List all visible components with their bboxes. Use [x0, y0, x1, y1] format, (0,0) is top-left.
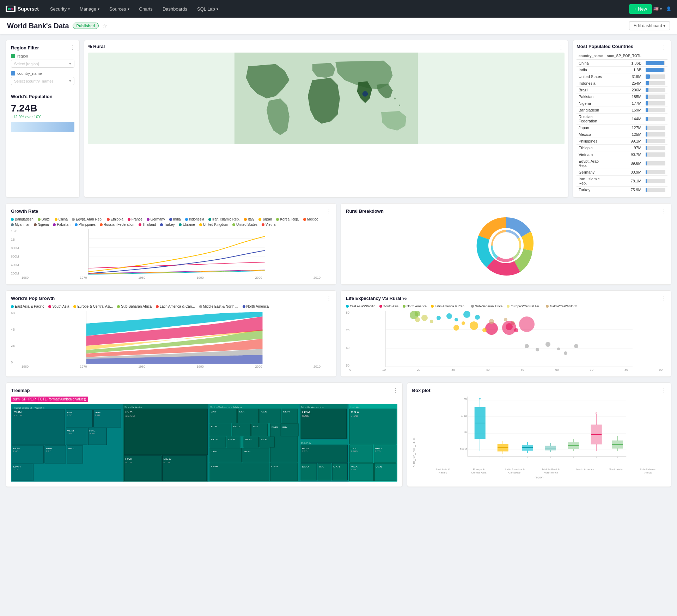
legend-item: Europe's'Central Asi... — [507, 304, 542, 308]
rural-breakdown-menu[interactable]: ⋮ — [661, 208, 667, 215]
most-populated-menu[interactable]: ⋮ — [661, 44, 667, 51]
svg-text:9.6B: 9.6B — [302, 415, 310, 417]
treemap-title: Treemap — [11, 388, 397, 393]
svg-text:IDN: IDN — [67, 411, 73, 414]
svg-text:7.2B: 7.2B — [94, 414, 100, 416]
country-filter-icon — [11, 71, 15, 76]
svg-text:MEX: MEX — [351, 466, 358, 468]
table-row: Egypt, Arab Rep. 89.6M — [577, 158, 667, 169]
svg-text:DEU: DEU — [302, 466, 309, 468]
legend-item: North America — [243, 304, 269, 308]
legend-item: Germany — [147, 217, 165, 221]
svg-text:ZAF: ZAF — [211, 411, 217, 413]
user-menu[interactable]: 👤 — [666, 6, 671, 11]
map-title: % Rural — [88, 44, 565, 49]
legend-item: Latin America & Cari... — [156, 304, 195, 308]
svg-point-47 — [504, 318, 507, 321]
svg-text:UGA: UGA — [211, 439, 218, 441]
svg-text:2.4B: 2.4B — [13, 450, 18, 452]
col-pop-total: sum_SP_POP_TOTL — [605, 53, 644, 60]
nav-dashboards[interactable]: Dashboards — [158, 4, 191, 14]
legend-item: East Asia & Pacific — [11, 304, 44, 308]
svg-text:5.7B: 5.7B — [125, 461, 132, 464]
legend-item: Nigeria — [34, 223, 49, 227]
region-filter-title: Region Filter — [11, 45, 74, 50]
language-selector[interactable]: 🇺🇸 ▾ — [653, 6, 662, 11]
world-population-title: World's Population — [11, 94, 74, 99]
life-expectancy-legend: East Asia's'PacificSouth AsiaNorth Ameri… — [346, 304, 666, 308]
legend-item: Iran, Islamic Rep. — [208, 217, 240, 221]
boxplot-title: Box plot — [412, 388, 666, 393]
row-4: Treemap ⋮ sum_SP_POP_TOTL (formatNumber(… — [6, 382, 671, 487]
svg-text:PRK: PRK — [46, 447, 53, 450]
legend-item: Ukraine — [179, 223, 195, 227]
world-pop-growth-menu[interactable]: ⋮ — [326, 295, 332, 302]
svg-text:3.2B: 3.2B — [89, 433, 94, 434]
boxplot-x-label: region — [412, 476, 666, 479]
most-populated-panel: Most Populated Countries ⋮ country_name … — [573, 40, 671, 198]
svg-text:500M: 500M — [460, 447, 467, 451]
svg-text:1.38B: 1.38B — [351, 450, 358, 452]
treemap-chart: East Asia & Pacific CHN 32.1B IDN 7.3B J… — [11, 404, 397, 482]
life-x-axis: 0102030405060708090 — [346, 368, 666, 372]
nav-sqllab[interactable]: SQL Lab ▾ — [193, 4, 222, 14]
edit-dashboard-button[interactable]: Edit dashboard ▾ — [629, 21, 670, 30]
svg-text:North America: North America — [301, 406, 324, 409]
svg-text:PHL: PHL — [89, 430, 96, 432]
legend-item: Pakistan — [53, 223, 70, 227]
growth-rate-menu[interactable]: ⋮ — [326, 208, 332, 215]
nav-manage[interactable]: Manage ▾ — [75, 4, 104, 14]
table-row: Ethiopia 97M — [577, 145, 667, 151]
boxplot-panel: Box plot ⋮ sum_SP_POP_TOTL 2B 1.5B 1B 50… — [407, 382, 671, 487]
most-populated-table-scroll[interactable]: country_name sum_SP_POP_TOTL China 1.36B… — [577, 53, 667, 194]
legend-item: South Asia — [379, 304, 398, 308]
region-filter-menu[interactable]: ⋮ — [69, 44, 75, 51]
legend-item: Japan — [258, 217, 272, 221]
nav-charts[interactable]: Charts — [135, 4, 157, 14]
table-row: Japan 127M — [577, 125, 667, 131]
svg-point-26 — [463, 311, 470, 318]
svg-text:GHN: GHN — [228, 439, 235, 441]
favorite-icon[interactable]: ☆ — [102, 23, 107, 29]
svg-text:2.1B: 2.1B — [13, 469, 18, 470]
svg-point-35 — [482, 328, 487, 332]
svg-point-38 — [536, 348, 539, 351]
svg-point-32 — [415, 311, 420, 316]
svg-text:IND: IND — [125, 411, 133, 414]
svg-point-46 — [489, 319, 494, 324]
nav-sources[interactable]: Sources ▾ — [105, 4, 134, 14]
svg-text:1.2B: 1.2B — [46, 450, 51, 452]
life-expectancy-menu[interactable]: ⋮ — [661, 295, 667, 302]
svg-point-50 — [502, 321, 516, 335]
legend-item: Egypt, Arab Rep. — [72, 217, 103, 221]
svg-text:CMR: CMR — [211, 465, 218, 468]
svg-text:TZA: TZA — [238, 411, 245, 413]
legend-item: United States — [232, 223, 257, 227]
map-menu[interactable]: ⋮ — [558, 44, 564, 51]
legend-item: South Asia — [48, 304, 69, 308]
legend-item: China — [55, 217, 68, 221]
world-pop-growth-panel: World's Pop Growth ⋮ East Asia & Pacific… — [6, 290, 336, 377]
svg-point-23 — [437, 316, 441, 320]
treemap-svg: East Asia & Pacific CHN 32.1B IDN 7.3B J… — [11, 404, 397, 482]
table-row: Germany 80.9M — [577, 169, 667, 176]
world-pop-growth-title: World's Pop Growth — [11, 296, 331, 301]
life-expectancy-chart — [352, 311, 666, 367]
legend-item: Thailand — [139, 223, 156, 227]
logo: Superset — [6, 6, 39, 12]
svg-point-24 — [446, 313, 452, 319]
map-panel: % Rural ⋮ — [84, 40, 568, 198]
treemap-menu[interactable]: ⋮ — [392, 387, 398, 394]
region-select[interactable]: Select [region] ▾ — [11, 60, 74, 68]
table-row: Pakistan 185M — [577, 93, 667, 100]
svg-text:7.2B: 7.2B — [302, 450, 307, 452]
nav-security[interactable]: Security ▾ — [46, 4, 74, 14]
new-button[interactable]: + New — [629, 4, 652, 14]
legend-item: Korea, Rep. — [276, 217, 299, 221]
svg-text:BGD: BGD — [163, 458, 171, 460]
svg-text:1B: 1B — [463, 431, 467, 434]
country-select[interactable]: Select [country_name] ▾ — [11, 77, 74, 85]
svg-point-36 — [462, 321, 465, 325]
svg-point-194 — [596, 412, 597, 414]
boxplot-menu[interactable]: ⋮ — [661, 387, 667, 394]
